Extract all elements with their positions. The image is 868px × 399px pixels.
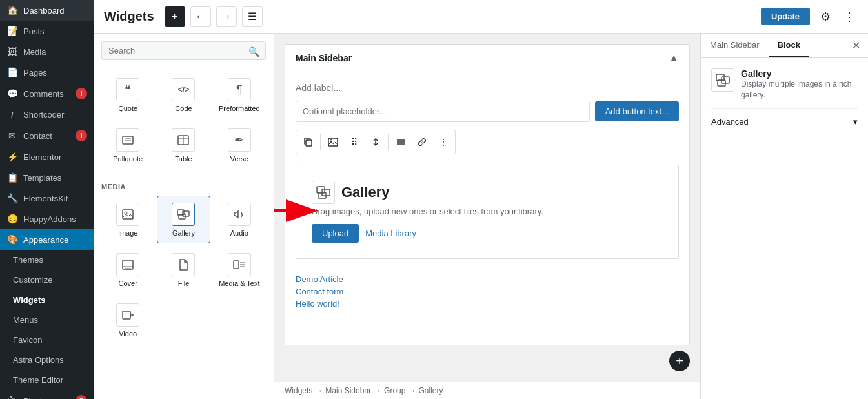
sidebar-item-shortcoder[interactable]: / Shortcoder [0, 105, 94, 125]
block-item-verse[interactable]: ✒ Verse [213, 121, 266, 169]
block-item-table[interactable]: Table [157, 121, 210, 169]
sidebar-item-label: Templates [23, 173, 61, 183]
right-panel-body: Gallery Display multiple images in a ric… [701, 58, 868, 145]
search-input[interactable] [101, 41, 266, 60]
verse-icon: ✒ [228, 128, 251, 152]
page-title: Widgets [104, 9, 154, 24]
add-block-button[interactable]: + [165, 6, 185, 27]
toolbar-copy-button[interactable] [298, 132, 318, 152]
video-icon [116, 303, 139, 327]
svg-rect-11 [123, 260, 133, 269]
toolbar-move-button[interactable] [365, 132, 386, 152]
sidebar-item-plugins[interactable]: 🔌 Plugins 7 [0, 390, 94, 399]
image-icon [116, 203, 139, 226]
sidebar-item-templates[interactable]: 📋 Templates [0, 167, 94, 188]
update-button[interactable]: Update [761, 8, 810, 25]
resize-handle[interactable] [268, 34, 274, 399]
sidebar-item-label: Theme Editor [13, 375, 63, 385]
placeholder-input[interactable] [296, 101, 590, 122]
label-input[interactable] [296, 83, 679, 93]
content-area: 🔍 ❝ Quote </> Code ¶ Preformatted [94, 34, 868, 399]
sidebar-item-favicon[interactable]: Favicon [0, 330, 94, 350]
sidebar-item-contact[interactable]: ✉ Contact 1 [0, 125, 94, 147]
cover-icon [116, 253, 139, 276]
hello-world-link[interactable]: Hello world! [296, 299, 679, 309]
sidebar-item-themes[interactable]: Themes [0, 250, 94, 270]
sidebar-item-label: HappyAddons [23, 214, 76, 224]
block-inserter-panel: 🔍 ❝ Quote </> Code ¶ Preformatted [94, 34, 274, 399]
toolbar-separator [320, 134, 321, 150]
sidebar-item-widgets[interactable]: Widgets [0, 290, 94, 310]
upload-button[interactable]: Upload [312, 224, 359, 243]
sidebar-item-pages[interactable]: 📄 Pages [0, 62, 94, 83]
sidebar-item-posts[interactable]: 📝 Posts [0, 21, 94, 41]
toolbar-image-button[interactable] [323, 132, 343, 152]
breadcrumb-gallery: Gallery [418, 386, 443, 395]
media-blocks-grid: Image Gallery Audio [94, 193, 274, 353]
sidebar-item-customize[interactable]: Customize [0, 270, 94, 290]
block-item-image[interactable]: Image [101, 196, 154, 243]
toolbar-drag-button[interactable]: ⠿ [344, 132, 365, 152]
toolbar-more-button[interactable]: ⋮ [433, 132, 454, 152]
sidebar-item-appearance[interactable]: 🎨 Appearance [0, 229, 94, 250]
sidebar-item-happyaddons[interactable]: 😊 HappyAddons [0, 209, 94, 229]
editor-scroll: Main Sidebar ▲ Add button text... [274, 34, 700, 382]
block-info-text: Gallery Display multiple images in a ric… [741, 68, 858, 101]
advanced-row[interactable]: Advanced ▾ [711, 108, 858, 134]
sidebar-item-label: Posts [23, 26, 45, 36]
block-item-gallery[interactable]: Gallery [157, 196, 210, 243]
sidebar: 🏠 Dashboard 📝 Posts 🖼 Media 📄 Pages 💬 Co… [0, 0, 94, 399]
block-item-file[interactable]: File [157, 246, 210, 294]
breadcrumb-main-sidebar: Main Sidebar [325, 386, 371, 395]
redo-button[interactable]: → [216, 6, 237, 27]
sidebar-item-astra-options[interactable]: Astra Options [0, 350, 94, 370]
more-options-button[interactable]: ⋮ [841, 7, 858, 26]
toolbar-align-button[interactable] [390, 132, 411, 152]
sidebar-item-dashboard[interactable]: 🏠 Dashboard [0, 0, 94, 21]
main-wrapper: Widgets + ← → ☰ Update ⚙ ⋮ 🔍 ❝ Quote [94, 0, 868, 399]
sidebar-item-media[interactable]: 🖼 Media [0, 41, 94, 62]
sidebar-item-theme-editor[interactable]: Theme Editor [0, 370, 94, 390]
sidebar-item-comments[interactable]: 💬 Comments 1 [0, 83, 94, 105]
gallery-actions: Upload Media Library [312, 224, 416, 243]
add-block-bottom-button[interactable]: + [669, 351, 690, 371]
tab-block[interactable]: Block [769, 34, 809, 57]
undo-button[interactable]: ← [190, 6, 211, 27]
block-item-code[interactable]: </> Code [157, 71, 210, 119]
add-button-text-button[interactable]: Add button text... [595, 101, 679, 121]
breadcrumb-bar: Widgets → Main Sidebar → Group → Gallery [274, 382, 700, 399]
block-item-pullquote[interactable]: Pullquote [101, 121, 154, 169]
sidebar-item-elementor[interactable]: ⚡ Elementor [0, 147, 94, 167]
sidebar-item-elementskit[interactable]: 🔧 ElementsKit [0, 188, 94, 209]
block-item-preformatted[interactable]: ¶ Preformatted [213, 71, 266, 119]
demo-article-link[interactable]: Demo Article [296, 274, 679, 284]
toolbar-separator-2 [388, 134, 389, 150]
contact-badge: 1 [76, 130, 87, 141]
block-info-icon [711, 68, 734, 92]
elementskit-icon: 🔧 [6, 193, 18, 203]
close-panel-button[interactable]: ✕ [844, 34, 868, 57]
gallery-block-header: Gallery [312, 181, 390, 204]
sidebar-item-label: Plugins [23, 396, 51, 400]
block-name: Gallery [741, 68, 858, 79]
block-item-cover[interactable]: Cover [101, 246, 154, 294]
sidebar-item-menus[interactable]: Menus [0, 310, 94, 330]
block-item-quote[interactable]: ❝ Quote [101, 71, 154, 119]
toolbar-link-button[interactable] [412, 132, 432, 152]
media-library-link[interactable]: Media Library [365, 229, 416, 238]
elementor-icon: ⚡ [6, 152, 18, 162]
placeholder-row: Add button text... [296, 101, 679, 122]
sidebar-item-label: Contact [23, 131, 52, 141]
list-view-button[interactable]: ☰ [242, 6, 263, 27]
block-item-audio[interactable]: Audio [213, 196, 266, 243]
sidebar-item-label: Pages [23, 68, 47, 77]
preformatted-icon: ¶ [228, 78, 251, 101]
block-item-media-text[interactable]: Media & Text [213, 246, 266, 294]
gallery-description: Drag images, upload new ones or select f… [312, 207, 543, 216]
contact-form-link[interactable]: Contact form [296, 287, 679, 296]
collapse-button[interactable]: ▲ [669, 52, 679, 64]
tab-main-sidebar[interactable]: Main Sidebar [701, 34, 769, 57]
settings-gear-button[interactable]: ⚙ [815, 6, 836, 27]
contact-icon: ✉ [6, 130, 18, 141]
block-item-video[interactable]: Video [101, 296, 154, 344]
